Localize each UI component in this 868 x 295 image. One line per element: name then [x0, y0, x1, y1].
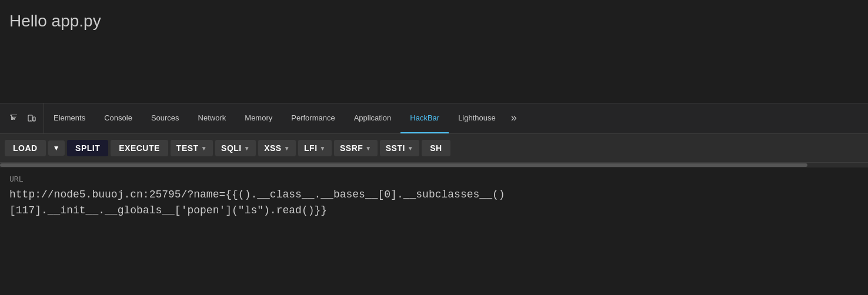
tab-network[interactable]: Network: [189, 103, 236, 133]
main-content: Hello app.py: [0, 0, 868, 103]
scrollbar-thumb[interactable]: [0, 163, 807, 167]
url-value: http://node5.buuoj.cn:25795/?name={{()._…: [9, 187, 859, 219]
url-section: URL http://node5.buuoj.cn:25795/?name={{…: [0, 167, 868, 226]
svg-rect-0: [10, 115, 11, 116]
sqli-dropdown-arrow: ▼: [244, 145, 250, 152]
svg-point-4: [34, 120, 34, 120]
hackbar-toolbar: LOAD ▼ SPLIT EXECUTE TEST ▼ SQLI ▼ XSS ▼…: [0, 133, 868, 163]
execute-button[interactable]: EXECUTE: [111, 140, 168, 156]
bottom-section: URL http://node5.buuoj.cn:25795/?name={{…: [0, 167, 868, 226]
split-button[interactable]: SPLIT: [67, 140, 108, 156]
lfi-dropdown-arrow: ▼: [320, 145, 326, 152]
sqli-button[interactable]: SQLI ▼: [215, 140, 256, 156]
test-button[interactable]: TEST ▼: [171, 140, 213, 156]
ssrf-dropdown-arrow: ▼: [365, 145, 371, 152]
ssti-button[interactable]: SSTI ▼: [380, 140, 420, 156]
tab-sources[interactable]: Sources: [142, 103, 189, 133]
lfi-button[interactable]: LFI ▼: [298, 140, 332, 156]
load-dropdown-button[interactable]: ▼: [48, 140, 65, 156]
tab-lighthouse[interactable]: Lighthouse: [449, 103, 505, 133]
url-line2[interactable]: [117].__init__.__globals__['popen']("ls"…: [9, 203, 859, 219]
xss-dropdown-arrow: ▼: [284, 145, 290, 152]
tab-application[interactable]: Application: [345, 103, 401, 133]
tab-overflow[interactable]: »: [505, 103, 523, 133]
devtools-toolbar: Elements Console Sources Network Memory …: [0, 103, 868, 133]
page-title: Hello app.py: [9, 12, 101, 31]
device-toggle-icon[interactable]: [24, 110, 40, 127]
tab-memory[interactable]: Memory: [235, 103, 282, 133]
test-dropdown-arrow: ▼: [201, 145, 207, 152]
svg-point-3: [30, 120, 31, 120]
devtools-tabs: Elements Console Sources Network Memory …: [44, 103, 866, 133]
ssrf-button[interactable]: SSRF ▼: [334, 140, 378, 156]
xss-button[interactable]: XSS ▼: [258, 140, 296, 156]
tab-hackbar[interactable]: HackBar: [400, 103, 449, 133]
inspect-icon[interactable]: [6, 110, 22, 127]
url-line1[interactable]: http://node5.buuoj.cn:25795/?name={{()._…: [9, 187, 859, 203]
load-button[interactable]: LOAD: [5, 140, 46, 156]
devtools-icon-group: [2, 103, 44, 133]
sh-button[interactable]: SH: [422, 140, 450, 156]
horizontal-scrollbar[interactable]: [0, 163, 868, 167]
tab-performance[interactable]: Performance: [282, 103, 344, 133]
ssti-dropdown-arrow: ▼: [408, 145, 413, 152]
tab-console[interactable]: Console: [95, 103, 142, 133]
tab-elements[interactable]: Elements: [44, 103, 95, 133]
url-label: URL: [9, 175, 859, 183]
